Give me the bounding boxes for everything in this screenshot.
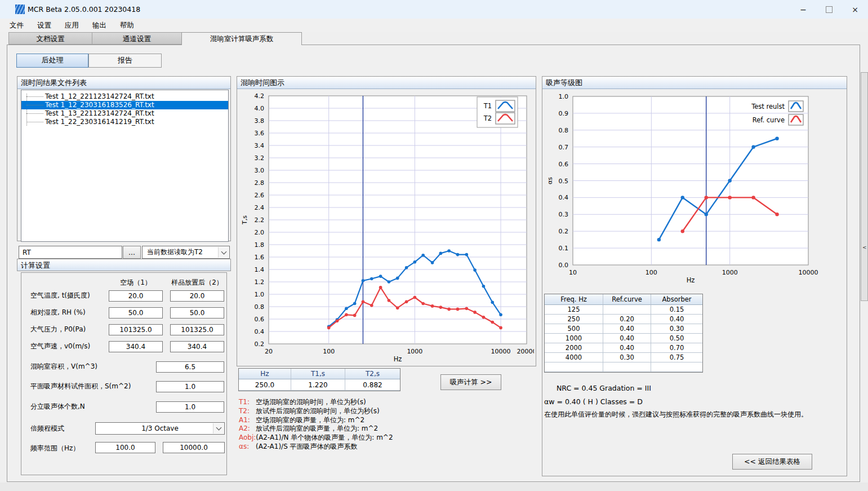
calc-input-2-2[interactable]: 101325.0 bbox=[170, 324, 224, 335]
table-cell[interactable]: 1000 bbox=[545, 334, 603, 343]
table-row: 5000.400.30 bbox=[545, 324, 702, 334]
table-cell[interactable]: 0.30 bbox=[651, 324, 702, 334]
calc-label-2: 大气压力，P0(Pa) bbox=[30, 324, 86, 335]
file-name: Test 1_12_230316183526_RT.txt bbox=[45, 101, 154, 109]
calc-input-1-1[interactable]: 50.0 bbox=[109, 307, 163, 319]
table-cell[interactable]: 250 bbox=[545, 315, 603, 324]
menu-item-0[interactable]: 文件 bbox=[6, 20, 28, 32]
rt-name-input[interactable]: RT bbox=[19, 246, 122, 259]
tab-1[interactable]: 通道设置 bbox=[92, 32, 181, 45]
freq-from-input[interactable]: 100.0 bbox=[95, 442, 155, 453]
svg-text:Hz: Hz bbox=[687, 276, 695, 284]
table-cell[interactable]: 4000 bbox=[545, 353, 603, 362]
calc-single-input-1[interactable]: 1.0 bbox=[156, 381, 224, 392]
table-cell[interactable]: 0.40 bbox=[603, 334, 651, 343]
back-to-results-button[interactable]: << 返回结果表格 bbox=[732, 454, 812, 470]
table-cell[interactable]: 0.20 bbox=[603, 315, 651, 324]
calc-single-input-0[interactable]: 6.5 bbox=[156, 361, 224, 373]
table-cell[interactable]: 0.75 bbox=[651, 353, 702, 362]
menu-item-3[interactable]: 输出 bbox=[88, 20, 110, 32]
window-bottom-strip bbox=[0, 483, 868, 491]
note-row-2: A1:空场混响室的吸声量，单位为: m^2 bbox=[239, 416, 532, 425]
browse-button[interactable]: ... bbox=[123, 246, 141, 259]
svg-text:1.4: 1.4 bbox=[255, 266, 265, 273]
absorption-grade-chart[interactable]: 0.00.10.20.30.40.50.60.70.80.91.01010010… bbox=[544, 90, 845, 293]
file-item-1[interactable]: Test 1_12_230316183526_RT.txt bbox=[21, 101, 228, 109]
calc-label-0: 空气温度, t(摄氏度) bbox=[30, 290, 90, 301]
freq-to-input[interactable]: 10000.0 bbox=[163, 442, 225, 453]
svg-text:1.0: 1.0 bbox=[255, 291, 265, 298]
calc-input-1-2[interactable]: 50.0 bbox=[170, 307, 224, 319]
table-cell[interactable]: 0.30 bbox=[603, 353, 651, 362]
column-header-empty-room: 空场（1） bbox=[109, 278, 163, 287]
svg-text:10: 10 bbox=[569, 269, 577, 276]
table-row: 20000.400.70 bbox=[545, 343, 702, 353]
svg-text:100: 100 bbox=[646, 269, 657, 276]
calc-settings-panel: 空场（1）样品放置后（2）空气温度, t(摄氏度)20.020.0相对湿度, R… bbox=[21, 272, 227, 475]
tab-0[interactable]: 文档设置 bbox=[8, 32, 92, 45]
table-cell[interactable] bbox=[545, 362, 603, 372]
octave-mode-dropdown[interactable]: 1/3 Octave bbox=[95, 422, 225, 435]
file-item-3[interactable]: Test 1_22_230316141219_RT.txt bbox=[21, 118, 228, 126]
close-button[interactable]: × bbox=[842, 0, 868, 19]
reverberation-time-chart[interactable]: 0.20.40.60.81.01.21.41.61.82.02.22.42.62… bbox=[239, 89, 534, 366]
table-cell[interactable] bbox=[603, 362, 651, 372]
svg-text:0.6: 0.6 bbox=[255, 316, 265, 323]
table-header-cell: Absorber bbox=[651, 294, 702, 305]
svg-text:10000: 10000 bbox=[799, 269, 818, 276]
table-cell[interactable]: 1.220 bbox=[291, 379, 345, 391]
table-cell[interactable]: 0.15 bbox=[651, 305, 702, 315]
calc-input-0-1[interactable]: 20.0 bbox=[109, 290, 163, 302]
svg-text:20: 20 bbox=[265, 348, 273, 355]
svg-text:0.8: 0.8 bbox=[255, 303, 265, 311]
note-tag: T2: bbox=[239, 407, 256, 416]
maximize-button[interactable] bbox=[816, 0, 842, 19]
calc-single-label-1: 平面吸声材料试件面积，S(m^2) bbox=[30, 381, 131, 392]
table-cell[interactable]: 125 bbox=[545, 305, 603, 315]
menu-item-4[interactable]: 帮助 bbox=[116, 20, 138, 32]
subtab-postprocess[interactable]: 后处理 bbox=[16, 54, 88, 68]
menu-item-2[interactable]: 应用 bbox=[61, 20, 83, 32]
column-header-with-sample: 样品放置后（2） bbox=[170, 278, 224, 287]
svg-text:0.1: 0.1 bbox=[559, 245, 569, 252]
svg-text:2.2: 2.2 bbox=[255, 216, 265, 224]
table-cell[interactable]: 0.70 bbox=[651, 343, 702, 353]
table-header-cell: T1,s bbox=[291, 369, 345, 379]
data-source-value: 当前数据读取为T2 bbox=[143, 247, 203, 257]
subtab-report[interactable]: 报告 bbox=[88, 54, 162, 68]
table-cell[interactable]: 2000 bbox=[545, 343, 603, 353]
table-cell[interactable] bbox=[603, 305, 651, 315]
calc-label-3: 空气声速，v0(m/s) bbox=[30, 341, 90, 352]
calc-input-3-2[interactable]: 340.4 bbox=[170, 341, 224, 352]
chevron-left-icon: < bbox=[862, 245, 867, 250]
calc-input-2-1[interactable]: 101325.0 bbox=[109, 324, 163, 335]
absorption-calc-button[interactable]: 吸声计算 >> bbox=[440, 374, 501, 390]
table-cell[interactable]: 0.40 bbox=[603, 343, 651, 353]
tab-2[interactable]: 混响室计算吸声系数 bbox=[181, 32, 302, 45]
note-tag: A1: bbox=[239, 416, 256, 425]
calc-input-3-1[interactable]: 340.4 bbox=[109, 341, 163, 352]
menu-item-1[interactable]: 设置 bbox=[33, 20, 55, 32]
close-icon: × bbox=[852, 5, 858, 14]
absorption-table: Freq. HzRef.curveAbsorber1250.152500.200… bbox=[544, 294, 703, 373]
table-cell[interactable]: 500 bbox=[545, 324, 603, 334]
table-cell[interactable]: 250.0 bbox=[239, 379, 291, 391]
chevron-down-icon[interactable] bbox=[218, 247, 229, 258]
table-header-cell: Freq. Hz bbox=[545, 294, 603, 305]
octave-mode-label: 倍频程模式 bbox=[30, 423, 64, 434]
calc-single-input-2[interactable]: 1.0 bbox=[156, 401, 224, 413]
table-cell[interactable]: 0.882 bbox=[345, 379, 400, 391]
chevron-down-icon[interactable] bbox=[213, 423, 224, 434]
file-item-0[interactable]: Test 1_12_221123142724_RT.txt bbox=[21, 92, 228, 101]
minimize-button[interactable]: − bbox=[790, 0, 816, 19]
table-cell[interactable]: 0.40 bbox=[651, 315, 702, 324]
calc-input-0-2[interactable]: 20.0 bbox=[170, 290, 224, 302]
svg-text:1.0: 1.0 bbox=[559, 93, 569, 100]
collapse-panel-handle[interactable]: < bbox=[861, 72, 868, 301]
data-source-dropdown[interactable]: 当前数据读取为T2 bbox=[142, 246, 230, 259]
table-cell[interactable] bbox=[651, 362, 702, 372]
file-item-2[interactable]: Test 1_13_221123142724_RT.txt bbox=[21, 109, 228, 118]
table-cell[interactable]: 0.50 bbox=[651, 334, 702, 343]
table-cell[interactable]: 0.40 bbox=[603, 324, 651, 334]
svg-text:0.6: 0.6 bbox=[559, 161, 569, 168]
